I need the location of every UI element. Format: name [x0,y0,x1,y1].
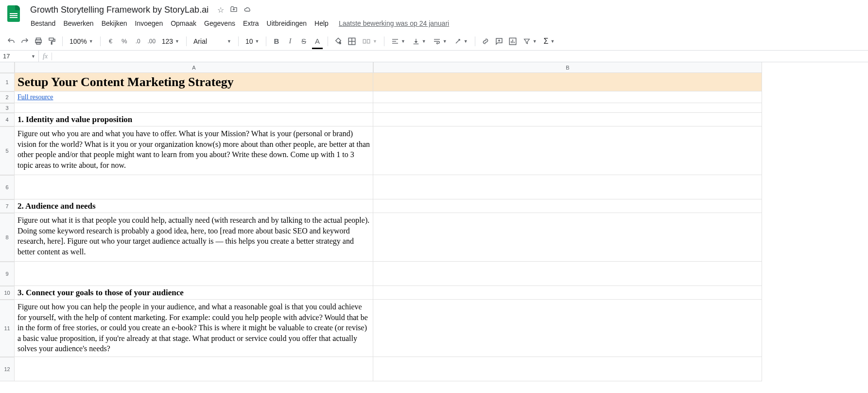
row-header[interactable]: 2 [0,91,15,103]
row-header[interactable]: 7 [0,199,15,213]
italic-button[interactable]: I [284,35,296,48]
formula-input[interactable] [52,51,868,62]
text-wrap-dropdown[interactable]: ▼ [430,35,450,48]
cell[interactable] [373,91,762,103]
formula-bar: 17▼ fx [0,51,868,62]
menu-extra[interactable]: Extra [240,18,262,29]
row-header[interactable]: 11 [0,300,15,357]
cloud-status-icon[interactable] [243,5,252,15]
cell[interactable] [373,262,762,286]
undo-button[interactable] [5,35,17,48]
menu-opmaak[interactable]: Opmaak [167,18,200,29]
cell[interactable]: Figure out how you can help the people i… [15,300,373,357]
cell[interactable] [373,73,762,91]
row-header[interactable]: 1 [0,73,15,91]
text-rotation-dropdown[interactable]: ▼ [451,35,471,48]
font-family-dropdown[interactable]: Arial▼ [191,35,234,48]
menu-bekijken[interactable]: Bekijken [98,18,131,29]
menu-uitbreidingen[interactable]: Uitbreidingen [263,18,311,29]
cell[interactable] [373,357,762,381]
select-all-corner[interactable] [0,62,15,73]
insert-link-button[interactable] [479,35,492,48]
cell[interactable]: Figure out what it is that people you co… [15,213,373,262]
fx-icon: fx [39,53,52,60]
number-format-dropdown[interactable]: 123▼ [159,35,182,48]
decrease-decimal-button[interactable]: .0 [132,35,144,48]
row-header[interactable]: 9 [0,262,15,286]
filter-dropdown[interactable]: ▼ [520,35,540,48]
paint-format-button[interactable] [46,35,58,48]
cell[interactable]: 2. Audience and needs [15,199,373,213]
svg-rect-3 [49,38,53,40]
menu-bar: BestandBewerkenBekijkenInvoegenOpmaakGeg… [27,17,449,30]
row-header[interactable]: 6 [0,175,15,199]
menu-bestand[interactable]: Bestand [27,18,59,29]
cell[interactable]: 3. Connect your goals to those of your a… [15,286,373,300]
svg-rect-7 [363,39,365,43]
menu-bewerken[interactable]: Bewerken [60,18,97,29]
cell[interactable] [373,213,762,262]
fill-color-button[interactable] [332,35,345,48]
bold-button[interactable]: B [270,35,283,48]
cell[interactable]: 1. Identity and value proposition [15,113,373,126]
row-header[interactable]: 5 [0,126,15,175]
star-icon[interactable]: ☆ [217,5,224,15]
zoom-dropdown[interactable]: 100%▼ [67,35,96,48]
cell[interactable] [373,103,762,113]
move-icon[interactable] [230,5,238,15]
svg-rect-8 [367,39,370,43]
cell[interactable] [373,199,762,213]
cell[interactable]: Figure out who you are and what you have… [15,126,373,175]
vertical-align-dropdown[interactable]: ▼ [409,35,429,48]
increase-decimal-button[interactable]: .00 [145,35,158,48]
cell[interactable] [15,175,373,199]
functions-dropdown[interactable]: Σ▼ [541,35,558,48]
cell[interactable] [15,262,373,286]
cell[interactable] [373,286,762,300]
menu-gegevens[interactable]: Gegevens [201,18,239,29]
cell[interactable]: Setup Your Content Marketing Strategy [15,73,373,91]
document-title[interactable]: Growth Storytelling Framework by StoryLa… [27,4,211,16]
app-header: Growth Storytelling Framework by StoryLa… [0,0,868,30]
redo-button[interactable] [18,35,31,48]
insert-comment-button[interactable] [493,35,505,48]
toolbar: 100%▼ € % .0 .00 123▼ Arial▼ 10▼ B I S A… [0,32,868,51]
row-header[interactable]: 8 [0,213,15,262]
name-box[interactable]: 17▼ [0,51,39,62]
merge-cells-dropdown[interactable]: ▼ [359,35,380,48]
strikethrough-button[interactable]: S [297,35,310,48]
column-header[interactable]: B [373,62,762,73]
cell[interactable] [15,357,373,381]
borders-button[interactable] [346,35,358,48]
last-edit-link[interactable]: Laatste bewerking was op 24 januari [339,19,449,27]
font-size-dropdown[interactable]: 10▼ [243,35,262,48]
horizontal-align-dropdown[interactable]: ▼ [388,35,408,48]
spreadsheet-grid[interactable]: AB1Setup Your Content Marketing Strategy… [0,62,868,381]
text-color-button[interactable]: A [311,35,324,48]
print-button[interactable] [32,35,45,48]
row-header[interactable]: 10 [0,286,15,300]
currency-button[interactable]: € [104,35,117,48]
row-header[interactable]: 12 [0,357,15,381]
menu-help[interactable]: Help [311,18,332,29]
sheets-logo[interactable] [4,4,23,23]
cell[interactable] [373,175,762,199]
insert-chart-button[interactable] [506,35,519,48]
row-header[interactable]: 4 [0,113,15,126]
cell[interactable] [15,103,373,113]
row-header[interactable]: 3 [0,103,15,113]
column-header[interactable]: A [15,62,373,73]
percent-button[interactable]: % [118,35,131,48]
menu-invoegen[interactable]: Invoegen [132,18,167,29]
cell[interactable] [373,113,762,126]
cell[interactable]: Full resource [15,91,373,103]
cell[interactable] [373,126,762,175]
cell[interactable] [373,300,762,357]
